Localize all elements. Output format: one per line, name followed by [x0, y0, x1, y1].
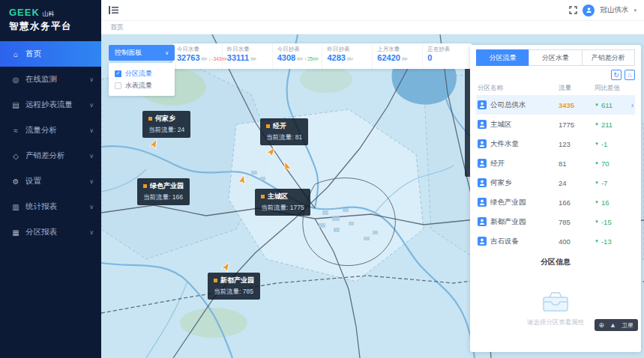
trend-down-icon: ▼	[595, 180, 599, 185]
home-icon: ⌂	[10, 50, 21, 58]
tab-zone-flow[interactable]: 分区流量	[476, 49, 529, 66]
table-row[interactable]: 主城区 1775 ▼211	[476, 115, 635, 134]
zone-icon	[478, 139, 487, 148]
zone-icon	[478, 198, 487, 207]
trend-down-icon: ▼	[595, 219, 599, 224]
trend-down-icon: ▼	[595, 103, 599, 107]
stat-reading-now: 正在抄表 0	[423, 43, 472, 69]
map-tooltip-hejiaxiang[interactable]: 何家乡 当前流量: 24	[142, 111, 190, 138]
analysis-icon: ◇	[10, 152, 21, 160]
layer-zone-flow[interactable]: ✓ 分区流量	[115, 67, 169, 79]
marker-dot-icon	[148, 117, 152, 121]
sidebar-item-zone-report[interactable]: ▦ 分区报表 ∨	[0, 219, 101, 245]
zone-icon	[478, 237, 487, 246]
table-row[interactable]: 大件水量 123 ▼-1	[476, 134, 635, 154]
sidebar: GEEK 山科 智慧水务平台 ⌂ 首页 ◎ 在线监测 ∨ ▤ 远程抄表流量 ∨ …	[0, 0, 101, 358]
sidebar-item-flow-analysis[interactable]: ≈ 流量分析 ∨	[0, 118, 101, 143]
layer-list: ✓ 分区流量 水表流量	[109, 63, 175, 96]
trend-down-icon: ▼	[595, 239, 599, 243]
stat-last-month-volume: 上月水量 62420 m³	[373, 43, 423, 69]
sidebar-item-home[interactable]: ⌂ 首页	[0, 41, 101, 67]
pan-tool-icon[interactable]: ⊕	[599, 322, 605, 329]
chevron-down-icon: ∨	[89, 76, 94, 83]
tab-zone-volume[interactable]: 分区水量	[529, 49, 582, 66]
logo-text: GEEK	[9, 7, 40, 18]
chevron-down-icon: ∨	[89, 229, 94, 236]
breadcrumb-home[interactable]: 首页	[110, 22, 124, 32]
stat-today-volume: 今日水量 32763 m³ ↓-343m³	[172, 43, 223, 69]
layer-meter-flow[interactable]: 水表流量	[115, 79, 169, 91]
refresh-icon[interactable]: ↻	[611, 70, 622, 80]
sidebar-collapse-icon[interactable]	[109, 6, 118, 14]
gear-icon: ⚙	[10, 178, 21, 186]
table-row[interactable]: 经开 81 ▼70	[476, 154, 635, 173]
trend-down-icon: ▼	[595, 200, 599, 204]
zone-icon	[478, 120, 487, 129]
user-avatar[interactable]	[583, 4, 595, 16]
sidebar-item-settings[interactable]: ⚙ 设置 ∨	[0, 169, 101, 194]
zone-panel: 分区流量 分区水量 产销差分析 ↻ ⌂ 分区名称 流量 同比差值 公司总供水 3…	[470, 45, 641, 352]
zone-info-empty-state: 请选择分区查看属性	[476, 269, 635, 348]
breadcrumb: 首页	[101, 21, 644, 34]
chevron-down-icon: ∨	[89, 127, 94, 134]
zone-icon	[478, 217, 487, 226]
zone-report-icon: ▦	[10, 228, 21, 237]
map-tooltip-main-city[interactable]: 主城区 当前流量: 1775	[255, 189, 310, 216]
marker-dot-icon	[266, 124, 270, 128]
monitor-icon: ◎	[10, 76, 21, 84]
table-row[interactable]: 何家乡 24 ▼-7	[476, 173, 635, 192]
app-title: 智慧水务平台	[9, 20, 92, 33]
brand-logo: GEEK 山科 智慧水务平台	[0, 0, 101, 37]
marker-dot-icon	[261, 195, 265, 198]
empty-box-icon	[539, 290, 572, 314]
map-control-panel: 控制面板 ∨ ✓ 分区流量 水表流量	[109, 45, 175, 96]
table-row[interactable]: 新都产业园 785 ▼-15	[476, 212, 635, 231]
stat-yesterday-meter: 昨日抄表 4283 m³	[322, 43, 373, 69]
stats-bar: 今日水量 32763 m³ ↓-343m³ 昨日水量 33111 m³ 今日抄表	[172, 43, 472, 69]
app-window: GEEK 山科 智慧水务平台 ⌂ 首页 ◎ 在线监测 ∨ ▤ 远程抄表流量 ∨ …	[0, 0, 644, 358]
chevron-right-icon[interactable]: ›	[631, 101, 634, 109]
chevron-down-icon: ∨	[165, 50, 169, 56]
map-toolbar: ⊕ ▲ 卫星	[595, 319, 638, 331]
user-name[interactable]: 冠山供水	[600, 5, 628, 15]
chevron-down-icon: ∨	[89, 178, 94, 185]
zone-icon	[478, 178, 487, 187]
table-row[interactable]: 绿色产业园 166 ▼16	[476, 192, 635, 212]
map-container[interactable]: 今日水量 32763 m³ ↓-343m³ 昨日水量 33111 m³ 今日抄表	[101, 34, 644, 358]
tab-nrw-analysis[interactable]: 产销差分析	[582, 49, 635, 66]
user-menu-caret-icon[interactable]: ▾	[634, 7, 637, 13]
sidebar-item-remote-meter-flow[interactable]: ▤ 远程抄表流量 ∨	[0, 92, 101, 118]
zone-icon	[478, 159, 487, 168]
zone-icon	[478, 100, 487, 109]
control-panel-toggle[interactable]: 控制面板 ∨	[109, 45, 175, 61]
checkbox-checked-icon[interactable]: ✓	[115, 70, 121, 77]
trend-down-icon: ▼	[595, 161, 599, 166]
satellite-layer-button[interactable]: 卫星	[622, 321, 634, 330]
sidebar-item-online-monitoring[interactable]: ◎ 在线监测 ∨	[0, 67, 101, 92]
sidebar-item-statistics-report[interactable]: ▥ 统计报表 ∨	[0, 194, 101, 219]
table-row[interactable]: 吉石设备 400 ▼-13	[476, 231, 635, 251]
topbar: 冠山供水 ▾	[101, 0, 644, 21]
map-tooltip-jingkai[interactable]: 经开 当前流量: 81	[260, 118, 308, 145]
zone-info-title: 分区信息	[476, 257, 635, 267]
stat-today-meter: 今日抄表 4308 m³ ↑25m³	[273, 43, 323, 69]
table-row[interactable]: 公司总供水 3435 ▼611 ›	[476, 95, 635, 115]
trend-down-icon: ▼	[595, 122, 599, 127]
fullscreen-icon[interactable]	[569, 6, 577, 14]
terrain-icon[interactable]: ▲	[610, 322, 616, 329]
zone-table-header: 分区名称 流量 同比差值	[476, 82, 635, 95]
report-icon: ▥	[10, 203, 21, 211]
home-locate-icon[interactable]: ⌂	[625, 70, 635, 80]
chevron-down-icon: ∨	[89, 102, 94, 109]
empty-state-text: 请选择分区查看属性	[527, 318, 585, 327]
checkbox-unchecked-icon[interactable]	[115, 82, 121, 89]
sidebar-item-nrw-analysis[interactable]: ◇ 产销差分析 ∨	[0, 143, 101, 169]
sidebar-menu: ⌂ 首页 ◎ 在线监测 ∨ ▤ 远程抄表流量 ∨ ≈ 流量分析 ∨ ◇ 产销差分…	[0, 41, 101, 245]
stat-yesterday-volume: 昨日水量 33111 m³	[223, 43, 273, 69]
map-tooltip-new-industrial-park[interactable]: 新都产业园 当前流量: 785	[208, 273, 260, 300]
map-tooltip-green-park[interactable]: 绿色产业园 当前流量: 166	[137, 178, 190, 205]
chevron-down-icon: ∨	[89, 153, 94, 160]
trend-up-icon: ↑	[304, 56, 307, 61]
flow-icon: ≈	[10, 127, 21, 135]
trend-down-icon: ▼	[595, 142, 599, 146]
